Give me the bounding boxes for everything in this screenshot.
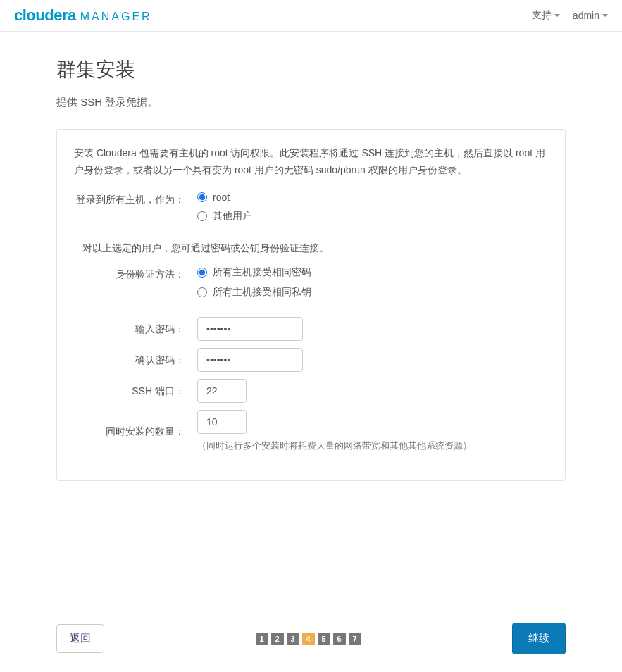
login-other-radio[interactable] [197,211,207,221]
ssh-port-control [197,379,548,403]
login-other-label: 其他用户 [213,210,252,223]
auth-method-options: 所有主机接受相同密码 所有主机接受相同私钥 [197,266,548,306]
password-row: 输入密码： [74,317,548,341]
logo[interactable]: cloudera MANAGER [14,6,152,25]
login-root-option[interactable]: root [197,192,548,203]
auth-password-label: 所有主机接受相同密码 [213,266,311,279]
admin-menu[interactable]: admin [573,10,608,21]
confirm-row: 确认密码： [74,348,548,372]
concurrent-row: 同时安装的数量： （同时运行多个安装时将耗费大量的网络带宽和其他其他系统资源） [74,410,548,452]
confirm-label: 确认密码： [74,352,197,367]
chevron-down-icon [554,14,560,17]
navbar: cloudera MANAGER 支持 admin [0,0,622,32]
password-input[interactable] [197,317,303,341]
login-other-option[interactable]: 其他用户 [197,210,548,223]
concurrent-label: 同时安装的数量： [74,423,197,438]
ssh-port-label: SSH 端口： [74,383,197,398]
login-as-label: 登录到所有主机，作为： [74,192,197,206]
page-subtitle: 提供 SSH 登录凭据。 [56,96,566,109]
page-title: 群集安装 [56,56,566,83]
confirm-control [197,348,548,372]
support-label: 支持 [532,9,552,22]
auth-section-text: 对以上选定的用户，您可通过密码或公钥身份验证连接。 [82,242,548,255]
logo-main: cloudera [14,6,76,25]
concurrent-input[interactable] [197,410,247,434]
support-menu[interactable]: 支持 [532,9,560,22]
password-label: 输入密码： [74,321,197,336]
concurrent-control: （同时运行多个安装时将耗费大量的网络带宽和其他其他系统资源） [197,410,548,452]
login-as-options: root 其他用户 [197,192,548,230]
login-as-row: 登录到所有主机，作为： root 其他用户 [74,192,548,230]
confirm-password-input[interactable] [197,348,303,372]
auth-method-row: 身份验证方法： 所有主机接受相同密码 所有主机接受相同私钥 [74,266,548,306]
auth-key-label: 所有主机接受相同私钥 [213,286,311,299]
admin-label: admin [573,10,599,21]
auth-password-radio[interactable] [197,268,207,278]
chevron-down-icon [602,14,608,17]
auth-key-radio[interactable] [197,287,207,297]
ssh-port-row: SSH 端口： [74,379,548,403]
nav-right: 支持 admin [532,9,608,22]
auth-password-option[interactable]: 所有主机接受相同密码 [197,266,548,279]
ssh-panel: 安装 Cloudera 包需要有主机的 root 访问权限。此安装程序将通过 S… [56,129,566,481]
panel-intro: 安装 Cloudera 包需要有主机的 root 访问权限。此安装程序将通过 S… [74,145,548,179]
login-root-label: root [213,192,230,203]
ssh-port-input[interactable] [197,379,247,403]
auth-key-option[interactable]: 所有主机接受相同私钥 [197,286,548,299]
concurrent-help: （同时运行多个安装时将耗费大量的网络带宽和其他其他系统资源） [197,440,548,452]
auth-method-label: 身份验证方法： [74,266,197,281]
password-control [197,317,548,341]
main-container: 群集安装 提供 SSH 登录凭据。 安装 Cloudera 包需要有主机的 ro… [0,32,622,495]
logo-sub: MANAGER [80,11,152,23]
login-root-radio[interactable] [197,192,207,202]
